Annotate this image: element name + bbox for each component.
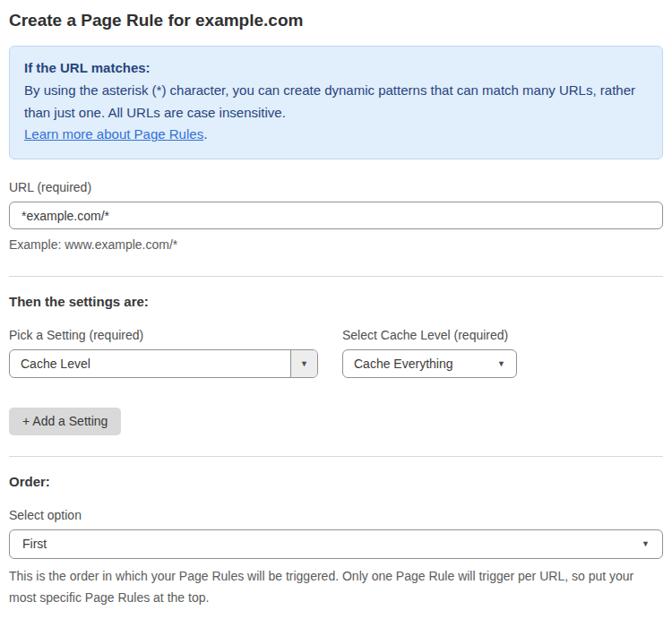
settings-row: Pick a Setting (required) Cache Level ▼ …: [9, 328, 663, 378]
info-box-heading: If the URL matches:: [24, 57, 648, 80]
learn-more-link[interactable]: Learn more about Page Rules: [24, 126, 203, 142]
setting-picker-dropdown[interactable]: Cache Level ▼: [9, 349, 318, 378]
setting-picker-label: Pick a Setting (required): [9, 328, 318, 342]
chevron-down-icon: ▼: [497, 359, 505, 368]
url-field-label: URL (required): [9, 180, 663, 194]
section-divider: [9, 276, 663, 277]
order-helper-text: This is the order in which your Page Rul…: [9, 565, 663, 609]
cache-level-value: Cache Everything: [354, 357, 453, 371]
order-select-value: First: [22, 537, 47, 551]
url-field-helper: Example: www.example.com/*: [9, 236, 663, 255]
order-select-dropdown[interactable]: First ▼: [9, 529, 663, 559]
chevron-down-icon[interactable]: ▼: [290, 350, 317, 377]
order-section-heading: Order:: [9, 474, 663, 489]
link-suffix: .: [203, 126, 207, 142]
url-field-group: URL (required) Example: www.example.com/…: [9, 180, 663, 255]
url-input[interactable]: [9, 202, 663, 229]
settings-section-heading: Then the settings are:: [9, 294, 663, 309]
create-page-rule-form: Create a Page Rule for example.com If th…: [0, 0, 672, 619]
cache-level-picker-group: Select Cache Level (required) Cache Ever…: [342, 328, 517, 378]
info-box-link-row: Learn more about Page Rules.: [24, 124, 648, 146]
page-title: Create a Page Rule for example.com: [9, 11, 663, 30]
order-select-label: Select option: [9, 508, 663, 522]
order-field-group: Select option First ▼ This is the order …: [9, 508, 663, 609]
section-divider: [9, 456, 663, 457]
cache-level-picker-label: Select Cache Level (required): [342, 328, 517, 342]
url-matches-info-box: If the URL matches: By using the asteris…: [9, 46, 663, 159]
add-setting-button[interactable]: + Add a Setting: [9, 408, 121, 435]
setting-picker-group: Pick a Setting (required) Cache Level ▼: [9, 328, 318, 378]
chevron-down-icon: ▼: [642, 539, 650, 548]
cache-level-dropdown[interactable]: Cache Everything ▼: [342, 349, 517, 378]
setting-picker-value: Cache Level: [10, 357, 290, 371]
info-box-body: By using the asterisk (*) character, you…: [24, 80, 648, 125]
